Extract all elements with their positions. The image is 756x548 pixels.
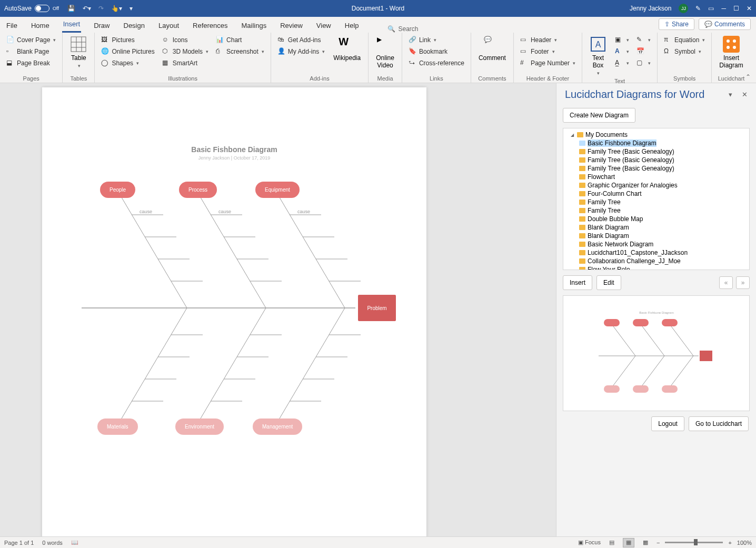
read-mode-icon[interactable]: ▤ — [606, 538, 618, 547]
tree-item[interactable]: Collaboration Challenge_JJ_Moe — [563, 257, 749, 265]
blank-page-button[interactable]: ▫Blank Page — [4, 46, 58, 57]
tree-item[interactable]: Blank Diagram — [563, 232, 749, 240]
close-icon[interactable]: ✕ — [747, 5, 752, 12]
maximize-icon[interactable]: ☐ — [733, 5, 739, 12]
edit-button[interactable]: Edit — [596, 275, 621, 290]
tree-item[interactable]: Blank Diagram — [563, 223, 749, 232]
insert-button[interactable]: Insert — [563, 275, 592, 290]
redo-icon[interactable]: ↷ — [98, 5, 104, 12]
date-time-button[interactable]: 📅 — [634, 46, 653, 57]
print-layout-icon[interactable]: ▦ — [623, 538, 634, 547]
chart-button[interactable]: 📊Chart — [214, 35, 266, 45]
tab-review[interactable]: Review — [279, 18, 304, 33]
document-tree[interactable]: My Documents Basic Fishbone DiagramFamil… — [563, 128, 750, 270]
tree-item[interactable]: Flowchart — [563, 173, 749, 181]
zoom-slider[interactable] — [665, 542, 723, 543]
ribbon-display-icon[interactable]: ▭ — [708, 5, 714, 12]
collapse-ribbon-icon[interactable]: ⌃ — [745, 73, 751, 81]
tree-item[interactable]: Flow Your Role — [563, 265, 749, 270]
status-words[interactable]: 0 words — [42, 540, 63, 546]
status-page[interactable]: Page 1 of 1 — [4, 540, 34, 546]
zoom-out-button[interactable]: − — [656, 540, 660, 546]
insert-diagram-button[interactable]: Insert Diagram — [716, 35, 746, 70]
tab-view[interactable]: View — [315, 18, 332, 33]
shapes-button[interactable]: ◯Shapes▾ — [99, 58, 156, 68]
get-addins-button[interactable]: 🛍Get Add-ins — [275, 35, 327, 45]
coming-soon-icon[interactable]: ✎ — [695, 5, 701, 12]
smartart-button[interactable]: ▦SmartArt — [160, 58, 211, 68]
zoom-level[interactable]: 100% — [737, 540, 752, 546]
search-box[interactable]: 🔍 Search — [387, 25, 419, 33]
pictures-button[interactable]: 🖼Pictures — [99, 35, 156, 45]
object-button[interactable]: ▢▾ — [634, 58, 653, 68]
user-avatar[interactable]: JJ — [679, 4, 688, 13]
pane-options-icon[interactable]: ▾ — [729, 91, 732, 98]
page-number-button[interactable]: #Page Number▾ — [518, 58, 578, 68]
tree-item[interactable]: Basic Fishbone Diagram — [563, 139, 749, 147]
tab-draw[interactable]: Draw — [93, 18, 111, 33]
bookmark-button[interactable]: 🔖Bookmark — [406, 46, 466, 57]
web-layout-icon[interactable]: ▩ — [640, 538, 651, 547]
footer-button[interactable]: ▭Footer▾ — [518, 46, 578, 57]
cover-page-button[interactable]: 📄Cover Page▾ — [4, 35, 58, 45]
tab-file[interactable]: File — [5, 18, 18, 33]
icons-button[interactable]: ☺Icons — [160, 35, 211, 45]
comments-button[interactable]: 💬Comments — [699, 18, 751, 30]
logout-button[interactable]: Logout — [651, 416, 684, 431]
next-page-button[interactable]: » — [736, 276, 750, 289]
zoom-in-button[interactable]: + — [728, 540, 731, 546]
create-new-diagram-button[interactable]: Create New Diagram — [563, 108, 635, 123]
comment-button[interactable]: 💬 Comment — [475, 35, 509, 63]
tab-design[interactable]: Design — [123, 18, 146, 33]
save-icon[interactable]: 💾 — [67, 5, 75, 12]
header-button[interactable]: ▭Header▾ — [518, 35, 578, 45]
online-pictures-button[interactable]: 🌐Online Pictures — [99, 46, 156, 57]
autosave-toggle[interactable]: AutoSave Off — [4, 5, 59, 12]
tab-insert[interactable]: Insert — [62, 17, 82, 33]
document-area[interactable]: Basic Fishbone Diagram Jenny Jackson | O… — [0, 83, 556, 536]
tree-folder-root[interactable]: My Documents — [563, 131, 749, 139]
3d-models-button[interactable]: ⬡3D Models▾ — [160, 46, 211, 57]
signature-button[interactable]: ✎▾ — [634, 35, 653, 45]
table-button[interactable]: Table▾ — [67, 35, 90, 69]
tree-item[interactable]: Family Tree — [563, 206, 749, 215]
tree-item[interactable]: Family Tree (Basic Genealogy) — [563, 147, 749, 156]
online-video-button[interactable]: ▶ Online Video — [373, 35, 397, 70]
link-button[interactable]: 🔗Link▾ — [406, 35, 466, 45]
wordart-button[interactable]: A▾ — [613, 46, 631, 57]
my-addins-button[interactable]: 👤My Add-ins▾ — [275, 46, 327, 57]
text-box-button[interactable]: A Text Box▾ — [586, 35, 610, 77]
tab-references[interactable]: References — [192, 18, 228, 33]
quick-parts-button[interactable]: ▣▾ — [613, 35, 631, 45]
tree-item[interactable]: Basic Network Diagram — [563, 240, 749, 248]
spellcheck-icon[interactable]: 📖 — [71, 539, 78, 546]
wikipedia-button[interactable]: W Wikipedia — [330, 35, 364, 63]
pane-close-icon[interactable]: ✕ — [742, 91, 748, 98]
page-break-button[interactable]: ⬓Page Break — [4, 58, 58, 68]
tab-layout[interactable]: Layout — [157, 18, 180, 33]
tree-item[interactable]: Graphic Organizer for Analogies — [563, 181, 749, 190]
tree-item[interactable]: Lucidchart101_Capstone_JJackson — [563, 248, 749, 257]
symbol-button[interactable]: ΩSymbol▾ — [662, 46, 707, 57]
user-name[interactable]: Jenny Jackson — [630, 5, 671, 12]
undo-icon[interactable]: ↶▾ — [83, 5, 91, 12]
tree-item[interactable]: Double Bubble Map — [563, 215, 749, 223]
focus-mode-button[interactable]: ▣ Focus — [578, 539, 601, 546]
cross-reference-button[interactable]: ⮑Cross-reference — [406, 58, 466, 68]
minimize-icon[interactable]: ─ — [721, 5, 726, 12]
tab-home[interactable]: Home — [30, 18, 51, 33]
share-button[interactable]: ⇪Share — [659, 18, 694, 30]
tab-help[interactable]: Help — [344, 18, 360, 33]
tree-item[interactable]: Family Tree (Basic Genealogy) — [563, 164, 749, 173]
tree-item[interactable]: Four-Column Chart — [563, 190, 749, 198]
touch-icon[interactable]: 👆▾ — [111, 5, 122, 12]
screenshot-button[interactable]: ⎙Screenshot▾ — [214, 46, 266, 57]
tree-item[interactable]: Family Tree — [563, 198, 749, 206]
equation-button[interactable]: πEquation▾ — [662, 35, 707, 45]
prev-page-button[interactable]: « — [719, 276, 733, 289]
drop-cap-button[interactable]: A̲▾ — [613, 58, 631, 68]
tree-item[interactable]: Family Tree (Basic Genealogy) — [563, 156, 749, 164]
qat-customize-icon[interactable]: ▾ — [130, 5, 133, 12]
goto-lucidchart-button[interactable]: Go to Lucidchart — [689, 416, 749, 431]
tab-mailings[interactable]: Mailings — [241, 18, 268, 33]
